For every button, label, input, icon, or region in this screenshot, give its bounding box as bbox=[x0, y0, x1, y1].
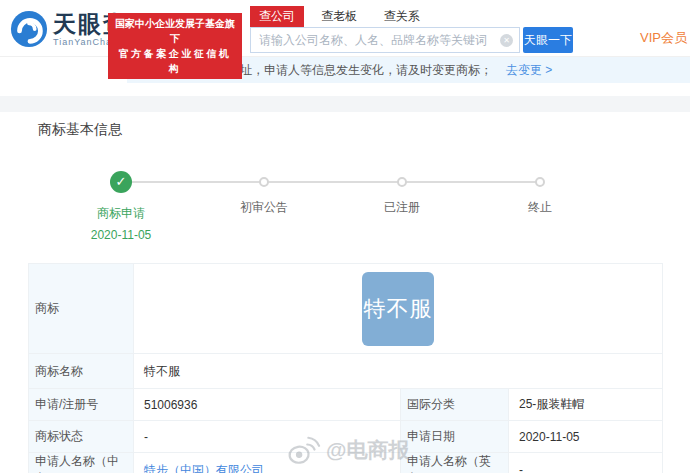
clear-icon[interactable]: ✕ bbox=[500, 34, 513, 47]
timeline-step-terminated: 终止 bbox=[475, 171, 605, 216]
page-background-band bbox=[0, 96, 690, 112]
trademark-status-timeline: ✓ 商标申请 2020-11-05 初审公告 已注册 终止 bbox=[0, 171, 690, 251]
empty-circle-icon bbox=[397, 177, 407, 187]
check-circle-icon: ✓ bbox=[110, 171, 132, 193]
empty-circle-icon bbox=[535, 177, 545, 187]
timeline-step-date: 2020-11-05 bbox=[56, 228, 186, 242]
timeline-step-label: 商标申请 bbox=[56, 205, 186, 222]
spacer bbox=[0, 83, 690, 96]
row-label: 商标 bbox=[29, 264, 134, 354]
table-row-applicant: 申请人名称（中文） 特步（中国）有限公司 申请人名称（英文） - bbox=[29, 453, 663, 473]
certification-badge: 国家中小企业发展子基金旗下 官方备案企业征信机构 bbox=[108, 13, 242, 79]
timeline-step-preliminary: 初审公告 bbox=[199, 171, 329, 216]
change-trademark-link[interactable]: 去变更 > bbox=[506, 63, 552, 77]
search-tabs: 查公司 查老板 查关系 bbox=[250, 6, 573, 26]
table-row-status: 商标状态 - 申请日期 2020-11-05 bbox=[29, 421, 663, 453]
timeline-step-applied: ✓ 商标申请 2020-11-05 bbox=[56, 171, 186, 242]
timeline-step-label: 终止 bbox=[475, 199, 605, 216]
vip-link[interactable]: VIP会员 bbox=[640, 29, 687, 47]
section-title: 商标基本信息 bbox=[38, 121, 122, 139]
row-value: 25-服装鞋帽 bbox=[509, 389, 663, 421]
badge-line1: 国家中小企业发展子基金旗下 bbox=[113, 16, 237, 46]
applicant-company-link[interactable]: 特步（中国）有限公司 bbox=[144, 463, 264, 473]
tab-company[interactable]: 查公司 bbox=[250, 6, 304, 27]
page: 天眼查 TianYanCha.com 国家中小企业发展子基金旗下 官方备案企业征… bbox=[0, 0, 690, 473]
trademark-info-card: 商标基本信息 ✓ 商标申请 2020-11-05 初审公告 已注册 终止 bbox=[0, 112, 690, 473]
row-value: 2020-11-05 bbox=[509, 421, 663, 453]
tianyancha-eye-icon bbox=[10, 10, 48, 48]
row-value: 特不服 bbox=[134, 354, 663, 389]
row-label: 申请/注册号 bbox=[29, 389, 134, 421]
badge-line2: 官方备案企业征信机构 bbox=[113, 46, 237, 76]
search-input[interactable] bbox=[250, 27, 520, 53]
table-row-reg-number: 申请/注册号 51006936 国际分类 25-服装鞋帽 bbox=[29, 389, 663, 421]
row-value: 51006936 bbox=[134, 389, 401, 421]
timeline-step-label: 已注册 bbox=[337, 199, 467, 216]
search-block: 查公司 查老板 查关系 ✕ 天眼一下 bbox=[250, 6, 573, 53]
row-label: 申请人名称（英文） bbox=[401, 453, 509, 473]
table-row-trademark-image: 商标 特不服 bbox=[29, 264, 663, 354]
header: 天眼查 TianYanCha.com 国家中小企业发展子基金旗下 官方备案企业征… bbox=[0, 0, 690, 57]
row-label: 商标名称 bbox=[29, 354, 134, 389]
row-label: 申请人名称（中文） bbox=[29, 453, 134, 473]
table-row-trademark-name: 商标名称 特不服 bbox=[29, 354, 663, 389]
trademark-image[interactable]: 特不服 bbox=[362, 272, 434, 346]
tab-boss[interactable]: 查老板 bbox=[312, 6, 366, 27]
search-button[interactable]: 天眼一下 bbox=[523, 27, 573, 53]
row-value: - bbox=[134, 421, 401, 453]
trademark-info-table: 商标 特不服 商标名称 特不服 申请/注册号 51006936 国际分类 25-… bbox=[28, 263, 663, 473]
row-label: 商标状态 bbox=[29, 421, 134, 453]
timeline-step-label: 初审公告 bbox=[199, 199, 329, 216]
tab-relation[interactable]: 查关系 bbox=[375, 6, 429, 27]
row-label: 申请日期 bbox=[401, 421, 509, 453]
timeline-step-registered: 已注册 bbox=[337, 171, 467, 216]
row-value: - bbox=[509, 453, 663, 473]
row-label: 国际分类 bbox=[401, 389, 509, 421]
notice-row: ·如果商标的注册地址，申请人等信息发生变化，请及时变更商标；去变更 > bbox=[0, 57, 690, 83]
empty-circle-icon bbox=[259, 177, 269, 187]
